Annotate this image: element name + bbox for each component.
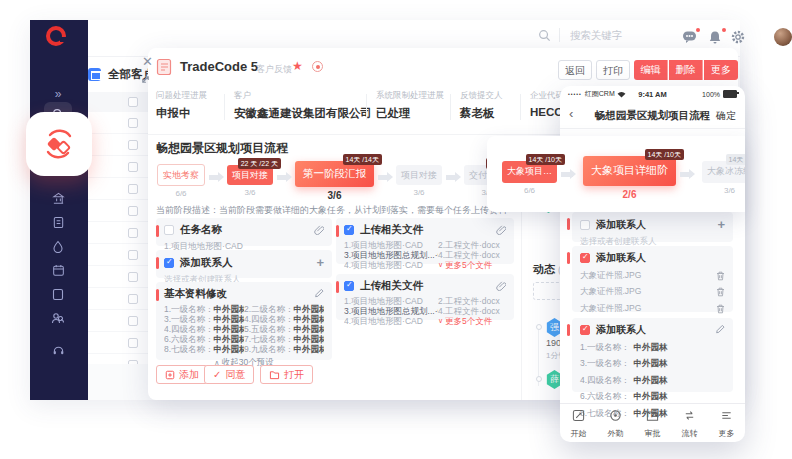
star-icon[interactable]: ★ xyxy=(292,59,303,73)
cube-sync-icon xyxy=(41,126,77,162)
global-search[interactable] xyxy=(538,28,652,42)
step-name[interactable]: 项目对接 xyxy=(396,165,442,185)
row-checkbox[interactable] xyxy=(128,140,138,150)
flow-step-current[interactable]: 14天 /14天第一阶段汇报3/6 xyxy=(295,154,374,201)
preset-pair: 6.六级名称：中外园林 xyxy=(580,391,725,403)
more-files-link[interactable]: ∨更多5个文件 xyxy=(438,260,506,270)
task-card-upload-1[interactable]: 上传相关文件 1.项目地地形图·CAD2.工程文件·docx3.项目地地形图总规… xyxy=(336,218,514,264)
row-checkbox[interactable] xyxy=(128,338,138,348)
drop-icon[interactable] xyxy=(50,238,66,254)
search-icon[interactable] xyxy=(538,29,551,42)
bell-icon[interactable] xyxy=(708,30,724,46)
trash-icon[interactable] xyxy=(716,304,725,314)
task-card-name[interactable]: 任务名称 1.项目地地形图·CAD xyxy=(156,218,332,246)
gear-icon[interactable] xyxy=(731,30,747,46)
tablet-icon[interactable] xyxy=(50,286,66,302)
support-headset-icon[interactable] xyxy=(50,342,66,358)
open-button[interactable]: 打开 xyxy=(260,365,313,384)
notification-dot xyxy=(722,28,726,32)
print-button[interactable]: 打印 xyxy=(596,60,630,80)
duration-badge: 14天 /10天 xyxy=(726,154,745,165)
task-card-basic-edit[interactable]: 基本资料修改 1.一级名称：中外园林2.二级名称：中外园林3.一级名称：中外园林… xyxy=(156,282,332,360)
file-item: 大象证件照.JPG xyxy=(580,286,725,298)
workflow-steps: —实地考察6/622 天 /22 天项目对接3/614天 /14天第一阶段汇报3… xyxy=(156,154,526,201)
flow-step-pending[interactable]: —项目对接3/6 xyxy=(396,158,442,197)
seal-icon[interactable] xyxy=(312,61,323,72)
collapse-icon[interactable]: » xyxy=(50,86,66,102)
select-all-checkbox[interactable] xyxy=(128,97,138,107)
flow-step-active[interactable]: 14天 /10天大象项目…6/6 xyxy=(502,154,557,195)
task-title: 任务名称 xyxy=(180,223,222,237)
toolbar-edit-square-button[interactable]: 开始 xyxy=(560,404,597,442)
trash-icon[interactable] xyxy=(716,271,725,281)
file-item: 1.项目地地形图·CAD xyxy=(344,296,438,306)
row-checkbox[interactable] xyxy=(128,316,138,326)
preset-pair: 1.一级名称：中外园林 xyxy=(164,304,244,314)
task-checkbox[interactable] xyxy=(164,225,174,235)
company-icon[interactable] xyxy=(50,190,66,206)
user-avatar[interactable] xyxy=(774,28,792,46)
sync-module-badge[interactable] xyxy=(26,112,92,176)
battery-percent: 100% xyxy=(702,91,720,98)
toolbar-folder-button[interactable]: 审批 xyxy=(634,404,671,442)
add-button[interactable]: 添加 xyxy=(156,365,208,384)
more-files-link[interactable]: ∨更多5个文件 xyxy=(438,316,506,326)
task-checkbox[interactable] xyxy=(344,281,354,291)
task-card-upload-2[interactable]: 上传相关文件 1.项目地地形图·CAD2.工程文件·docx3.项目地地形图总规… xyxy=(336,274,514,320)
toolbar-target-button[interactable]: 外勤 xyxy=(597,404,634,442)
status-bar: ••••• 红圈CRM 9:41 AM 100% xyxy=(560,86,745,102)
flow-arrow-icon xyxy=(680,172,692,177)
mobile-task-card[interactable]: 添加联系人 + 选择或者创建联系人 xyxy=(572,212,733,242)
flow-step-done[interactable]: —实地考察6/6 xyxy=(157,157,205,198)
edit-button[interactable]: 编辑 xyxy=(634,60,668,80)
task-checkbox[interactable] xyxy=(164,258,174,268)
row-checkbox[interactable] xyxy=(128,228,138,238)
row-checkbox[interactable] xyxy=(128,118,138,128)
mobile-task-card[interactable]: 添加联系人 大象证件照.JPG大象证件照.JPG大象证件照.JPG大象证件照.J… xyxy=(572,246,733,312)
row-checkbox[interactable] xyxy=(128,272,138,282)
expand-icon[interactable] xyxy=(140,71,151,89)
document-icon[interactable] xyxy=(50,214,66,230)
task-checkbox[interactable] xyxy=(580,253,590,263)
agree-button[interactable]: ✓ 同意 xyxy=(204,365,254,384)
task-checkbox[interactable] xyxy=(344,225,354,235)
back-button[interactable]: 返回 xyxy=(558,60,592,80)
task-card-contact[interactable]: 添加联系人 + 选择或者创建联系人 xyxy=(156,250,332,278)
flow-step-pending[interactable]: 14天 /10天大象冰冻结3/6 xyxy=(702,154,745,195)
confirm-button[interactable]: 确定 xyxy=(716,109,736,123)
divider xyxy=(224,94,225,120)
row-checkbox[interactable] xyxy=(128,250,138,260)
pencil-icon[interactable] xyxy=(715,324,725,336)
plus-icon[interactable]: + xyxy=(717,217,725,232)
row-checkbox[interactable] xyxy=(128,294,138,304)
close-icon[interactable]: ✕ xyxy=(142,54,153,69)
calendar-icon[interactable] xyxy=(50,262,66,278)
more-button[interactable]: 更多 xyxy=(704,60,738,80)
chat-icon[interactable] xyxy=(682,30,698,46)
task-title: 添加联系人 xyxy=(596,323,646,337)
preset-pair: 7.七级名称：中外园林 xyxy=(244,334,324,344)
paperclip-icon[interactable] xyxy=(314,224,324,237)
file-item: 4.项目地地形图·CAD xyxy=(344,260,438,270)
global-search-input[interactable] xyxy=(568,28,652,42)
flow-step-active[interactable]: 22 天 /22 天项目对接3/6 xyxy=(227,158,273,197)
team-icon[interactable] xyxy=(50,310,66,326)
toolbar-more-button[interactable]: 更多 xyxy=(708,404,745,442)
paperclip-icon[interactable] xyxy=(496,280,506,293)
toolbar-flow-button[interactable]: 流转 xyxy=(671,404,708,442)
step-name[interactable]: 实地考察 xyxy=(157,164,205,186)
flow-step-current[interactable]: 14天 /10天大象项目详细阶2/6 xyxy=(583,149,676,200)
paperclip-icon[interactable] xyxy=(496,224,506,237)
plus-icon[interactable]: + xyxy=(316,255,324,270)
row-checkbox[interactable] xyxy=(128,184,138,194)
pencil-icon[interactable] xyxy=(314,288,324,300)
more-icon xyxy=(720,408,733,426)
task-checkbox[interactable] xyxy=(580,325,590,335)
row-checkbox[interactable] xyxy=(128,162,138,172)
step-name[interactable]: 大象项目详细阶 xyxy=(583,156,676,186)
trash-icon[interactable] xyxy=(716,287,725,297)
delete-button[interactable]: 删除 xyxy=(669,60,703,80)
task-checkbox[interactable] xyxy=(580,220,590,230)
mobile-task-card[interactable]: 添加联系人 1.一级名称：中外园林3.一级名称：中外园林4.四级名称：中外园林6… xyxy=(572,318,733,392)
row-checkbox[interactable] xyxy=(128,206,138,216)
